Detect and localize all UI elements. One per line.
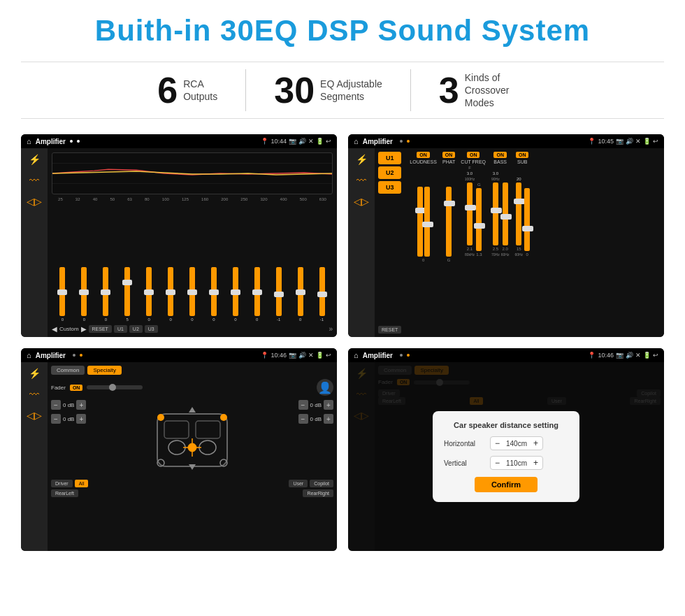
speaker-back-icon[interactable]: ↩ <box>326 352 331 359</box>
eq-thumb-10[interactable] <box>274 292 284 297</box>
eq-thumb-2[interactable] <box>101 289 110 295</box>
dialog-horizontal-plus[interactable]: + <box>533 438 538 448</box>
eq-sidebar-wave[interactable]: 〰 <box>29 175 39 186</box>
eq-u2-btn[interactable]: U2 <box>129 325 143 333</box>
speaker-sidebar-filter[interactable]: ⚡ <box>29 368 41 379</box>
cutfreq-thumb-2[interactable] <box>474 223 485 229</box>
cutfreq-label: CUT FREQ <box>461 159 486 164</box>
crossover-u1-btn[interactable]: U1 <box>378 152 401 164</box>
db-minus-tl[interactable]: − <box>51 400 61 410</box>
loudness-thumb-2[interactable] <box>422 222 433 227</box>
eq-track-12[interactable] <box>319 267 325 316</box>
db-plus-br[interactable]: + <box>324 414 333 424</box>
eq-u3-btn[interactable]: U3 <box>145 325 158 333</box>
eq-track-8[interactable] <box>233 267 238 316</box>
eq-thumb-0[interactable] <box>57 289 67 295</box>
eq-u1-btn[interactable]: U1 <box>114 325 127 333</box>
eq-next-arrow[interactable]: ▶ <box>81 325 87 333</box>
sub-slider-1[interactable] <box>516 182 521 245</box>
dialog-title: Car speaker distance setting <box>444 421 568 429</box>
dialog-vertical-plus[interactable]: + <box>533 458 538 468</box>
bass-slider-2[interactable] <box>503 182 508 245</box>
tab-common[interactable]: Common <box>51 366 85 375</box>
spk-copilot-btn[interactable]: Copilot <box>310 480 333 487</box>
eq-thumb-1[interactable] <box>79 289 89 295</box>
eq-track-7[interactable] <box>211 267 217 316</box>
spk-driver-btn[interactable]: Driver <box>51 480 73 487</box>
eq-track-11[interactable] <box>298 267 303 316</box>
bass-thumb-1[interactable] <box>491 208 502 213</box>
eq-track-9[interactable] <box>254 267 260 316</box>
freq-125: 125 <box>182 197 189 201</box>
cutfreq-slider-1[interactable] <box>467 182 473 245</box>
cutfreq-slider-2[interactable] <box>476 188 482 251</box>
distance-home-icon[interactable]: ⌂ <box>354 351 359 359</box>
status-dot-sq <box>400 140 403 143</box>
eq-sidebar-volume[interactable]: ◁▷ <box>27 196 42 207</box>
eq-thumb-4[interactable] <box>144 289 154 295</box>
speaker-sidebar-wave[interactable]: 〰 <box>29 389 39 400</box>
crossover-home-icon[interactable]: ⌂ <box>354 137 359 145</box>
crossover-u2-btn[interactable]: U2 <box>378 166 401 179</box>
tab-specialty[interactable]: Specialty <box>87 366 121 375</box>
eq-more-icon[interactable]: » <box>329 325 333 333</box>
eq-thumb-9[interactable] <box>252 289 262 295</box>
eq-track-6[interactable] <box>189 267 195 316</box>
sub-thumb-2[interactable] <box>522 226 533 231</box>
phat-slider[interactable] <box>446 187 452 257</box>
eq-thumb-6[interactable] <box>187 289 197 295</box>
eq-track-2[interactable] <box>103 267 108 316</box>
eq-thumb-12[interactable] <box>317 292 327 297</box>
eq-thumb-7[interactable] <box>209 289 219 295</box>
eq-sidebar-filter[interactable]: ⚡ <box>29 154 41 165</box>
phat-thumb[interactable] <box>444 201 455 206</box>
fader-knob[interactable] <box>109 384 116 391</box>
bass-thumb-2[interactable] <box>500 214 512 220</box>
cutfreq-thumb-1[interactable] <box>465 205 476 210</box>
crossover-sidebar-filter[interactable]: ⚡ <box>356 154 368 165</box>
confirm-button[interactable]: Confirm <box>475 477 538 492</box>
eq-thumb-11[interactable] <box>296 289 305 295</box>
crossover-sidebar-wave[interactable]: 〰 <box>356 175 366 186</box>
eq-thumb-5[interactable] <box>166 289 175 295</box>
spk-rearright-btn[interactable]: RearRight <box>303 489 333 497</box>
db-plus-bl[interactable]: + <box>76 414 86 424</box>
sub-thumb-1[interactable] <box>514 199 525 204</box>
eq-track-10[interactable] <box>276 267 282 316</box>
eq-track-0[interactable] <box>59 267 65 316</box>
eq-track-1[interactable] <box>81 267 87 316</box>
sub-slider-2[interactable] <box>524 188 530 251</box>
crossover-reset-btn[interactable]: RESET <box>378 326 401 334</box>
eq-thumb-3[interactable] <box>122 280 132 285</box>
crossover-sidebar-volume[interactable]: ◁▷ <box>354 196 369 207</box>
spk-all-btn[interactable]: All <box>75 480 89 487</box>
bass-slider-1[interactable] <box>493 182 498 245</box>
distance-back-icon[interactable]: ↩ <box>653 352 658 359</box>
db-plus-tl[interactable]: + <box>76 400 86 410</box>
db-minus-tr[interactable]: − <box>298 400 308 410</box>
eq-track-3[interactable] <box>124 267 130 316</box>
speaker-home-icon[interactable]: ⌂ <box>27 351 31 359</box>
eq-prev-arrow[interactable]: ◀ <box>52 325 57 333</box>
speaker-dot-fr[interactable] <box>220 414 227 421</box>
db-plus-tr[interactable]: + <box>324 400 333 410</box>
db-minus-br[interactable]: − <box>298 414 308 424</box>
dialog-vertical-minus[interactable]: − <box>495 458 500 468</box>
speaker-dot-fl[interactable] <box>157 414 164 421</box>
crossover-u3-btn[interactable]: U3 <box>378 181 401 194</box>
home-icon[interactable]: ⌂ <box>27 137 31 145</box>
speaker-sidebar-volume[interactable]: ◁▷ <box>27 410 42 421</box>
fader-track[interactable] <box>87 385 143 389</box>
spk-user-btn[interactable]: User <box>289 480 308 487</box>
dialog-horizontal-minus[interactable]: − <box>495 438 500 448</box>
loudness-slider-2[interactable] <box>424 187 430 257</box>
eq-track-4[interactable] <box>146 267 152 316</box>
eq-reset-btn[interactable]: RESET <box>89 325 112 333</box>
bass-90hz: 90Hz <box>491 177 500 181</box>
crossover-back-icon[interactable]: ↩ <box>653 138 658 145</box>
db-minus-bl[interactable]: − <box>51 414 61 424</box>
eq-thumb-8[interactable] <box>231 289 240 295</box>
back-icon[interactable]: ↩ <box>326 138 331 145</box>
eq-track-5[interactable] <box>168 267 173 316</box>
spk-rearleft-btn[interactable]: RearLeft <box>51 489 78 497</box>
